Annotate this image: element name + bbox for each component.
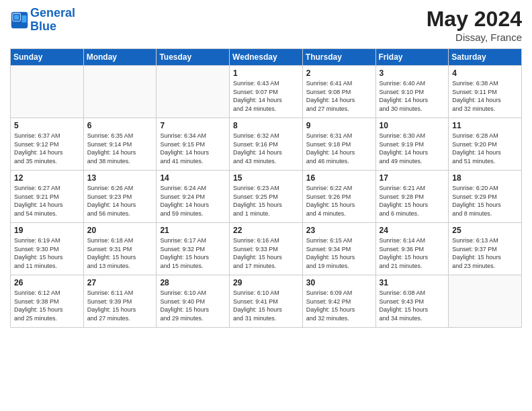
- day-number: 20: [87, 226, 153, 235]
- day-info: Sunrise: 6:37 AM Sunset: 9:12 PM Dayligh…: [14, 132, 80, 165]
- logo: General Blue: [10, 7, 75, 34]
- day-number: 13: [87, 173, 153, 183]
- day-info: Sunrise: 6:21 AM Sunset: 9:28 PM Dayligh…: [380, 184, 445, 218]
- calendar-title: May 2024: [427, 7, 522, 32]
- day-number: 17: [380, 173, 445, 183]
- calendar-week-row: 5Sunrise: 6:37 AM Sunset: 9:12 PM Daylig…: [11, 118, 522, 171]
- day-info: Sunrise: 6:26 AM Sunset: 9:23 PM Dayligh…: [87, 184, 153, 218]
- day-number: 1: [233, 68, 299, 78]
- day-header: Sunday: [11, 49, 84, 66]
- calendar-cell: 4Sunrise: 6:38 AM Sunset: 9:11 PM Daylig…: [449, 66, 522, 118]
- day-info: Sunrise: 6:09 AM Sunset: 9:42 PM Dayligh…: [306, 289, 372, 322]
- calendar-cell: [157, 66, 230, 118]
- page: General Blue May 2024 Dissay, France Sun…: [0, 0, 532, 411]
- day-info: Sunrise: 6:08 AM Sunset: 9:43 PM Dayligh…: [380, 289, 445, 322]
- day-header: Monday: [83, 49, 157, 66]
- calendar-cell: 20Sunrise: 6:18 AM Sunset: 9:31 PM Dayli…: [83, 223, 157, 275]
- day-number: 12: [14, 173, 80, 183]
- calendar-cell: 28Sunrise: 6:10 AM Sunset: 9:40 PM Dayli…: [157, 275, 230, 328]
- day-number: 21: [160, 226, 226, 235]
- day-info: Sunrise: 6:40 AM Sunset: 9:10 PM Dayligh…: [380, 79, 445, 113]
- day-number: 22: [233, 226, 299, 235]
- calendar-week-row: 12Sunrise: 6:27 AM Sunset: 9:21 PM Dayli…: [11, 171, 522, 223]
- day-number: 28: [160, 278, 226, 287]
- day-number: 6: [87, 121, 153, 130]
- calendar-cell: 2Sunrise: 6:41 AM Sunset: 9:08 PM Daylig…: [302, 66, 375, 118]
- calendar-cell: 5Sunrise: 6:37 AM Sunset: 9:12 PM Daylig…: [11, 118, 84, 171]
- calendar-week-row: 19Sunrise: 6:19 AM Sunset: 9:30 PM Dayli…: [11, 223, 522, 275]
- day-number: 30: [306, 278, 372, 287]
- svg-marker-1: [22, 15, 27, 23]
- day-info: Sunrise: 6:28 AM Sunset: 9:20 PM Dayligh…: [452, 132, 518, 165]
- calendar-cell: 1Sunrise: 6:43 AM Sunset: 9:07 PM Daylig…: [230, 66, 303, 118]
- day-info: Sunrise: 6:24 AM Sunset: 9:24 PM Dayligh…: [160, 184, 226, 218]
- day-info: Sunrise: 6:14 AM Sunset: 9:36 PM Dayligh…: [380, 236, 445, 270]
- calendar-cell: 23Sunrise: 6:15 AM Sunset: 9:34 PM Dayli…: [302, 223, 375, 275]
- day-number: 14: [160, 173, 226, 183]
- day-number: 26: [14, 278, 80, 287]
- day-info: Sunrise: 6:17 AM Sunset: 9:32 PM Dayligh…: [160, 236, 226, 270]
- day-number: 25: [452, 226, 518, 235]
- day-info: Sunrise: 6:15 AM Sunset: 9:34 PM Dayligh…: [306, 236, 372, 270]
- calendar-cell: 13Sunrise: 6:26 AM Sunset: 9:23 PM Dayli…: [83, 171, 157, 223]
- calendar-cell: 6Sunrise: 6:35 AM Sunset: 9:14 PM Daylig…: [83, 118, 157, 171]
- day-info: Sunrise: 6:16 AM Sunset: 9:33 PM Dayligh…: [233, 236, 299, 270]
- day-info: Sunrise: 6:10 AM Sunset: 9:40 PM Dayligh…: [160, 289, 226, 322]
- calendar-cell: 19Sunrise: 6:19 AM Sunset: 9:30 PM Dayli…: [11, 223, 84, 275]
- calendar-cell: 27Sunrise: 6:11 AM Sunset: 9:39 PM Dayli…: [83, 275, 157, 328]
- day-info: Sunrise: 6:19 AM Sunset: 9:30 PM Dayligh…: [14, 236, 80, 270]
- calendar-cell: 31Sunrise: 6:08 AM Sunset: 9:43 PM Dayli…: [375, 275, 449, 328]
- day-header: Saturday: [449, 49, 522, 66]
- calendar-cell: 26Sunrise: 6:12 AM Sunset: 9:38 PM Dayli…: [11, 275, 84, 328]
- day-info: Sunrise: 6:20 AM Sunset: 9:29 PM Dayligh…: [452, 184, 518, 218]
- calendar-cell: 17Sunrise: 6:21 AM Sunset: 9:28 PM Dayli…: [375, 171, 449, 223]
- day-info: Sunrise: 6:32 AM Sunset: 9:16 PM Dayligh…: [233, 132, 299, 165]
- day-number: 8: [233, 121, 299, 130]
- day-number: 4: [452, 68, 518, 78]
- calendar-header-row: SundayMondayTuesdayWednesdayThursdayFrid…: [11, 49, 522, 66]
- calendar-cell: [11, 66, 84, 118]
- day-info: Sunrise: 6:41 AM Sunset: 9:08 PM Dayligh…: [306, 79, 372, 113]
- day-info: Sunrise: 6:18 AM Sunset: 9:31 PM Dayligh…: [87, 236, 153, 270]
- calendar-cell: 30Sunrise: 6:09 AM Sunset: 9:42 PM Dayli…: [302, 275, 375, 328]
- day-number: 31: [380, 278, 445, 287]
- calendar-cell: 12Sunrise: 6:27 AM Sunset: 9:21 PM Dayli…: [11, 171, 84, 223]
- calendar-cell: 14Sunrise: 6:24 AM Sunset: 9:24 PM Dayli…: [157, 171, 230, 223]
- day-number: 11: [452, 121, 518, 130]
- day-number: 18: [452, 173, 518, 183]
- header: General Blue May 2024 Dissay, France: [10, 7, 522, 43]
- day-info: Sunrise: 6:31 AM Sunset: 9:18 PM Dayligh…: [306, 132, 372, 165]
- day-info: Sunrise: 6:35 AM Sunset: 9:14 PM Dayligh…: [87, 132, 153, 165]
- logo-line2: Blue: [30, 19, 56, 33]
- calendar-cell: [83, 66, 157, 118]
- day-info: Sunrise: 6:13 AM Sunset: 9:37 PM Dayligh…: [452, 236, 518, 270]
- calendar-cell: 18Sunrise: 6:20 AM Sunset: 9:29 PM Dayli…: [449, 171, 522, 223]
- calendar-cell: 29Sunrise: 6:10 AM Sunset: 9:41 PM Dayli…: [230, 275, 303, 328]
- day-header: Wednesday: [230, 49, 303, 66]
- day-info: Sunrise: 6:30 AM Sunset: 9:19 PM Dayligh…: [380, 132, 445, 165]
- day-number: 3: [380, 68, 445, 78]
- calendar-cell: 9Sunrise: 6:31 AM Sunset: 9:18 PM Daylig…: [302, 118, 375, 171]
- calendar-cell: 25Sunrise: 6:13 AM Sunset: 9:37 PM Dayli…: [449, 223, 522, 275]
- day-info: Sunrise: 6:34 AM Sunset: 9:15 PM Dayligh…: [160, 132, 226, 165]
- calendar-table: SundayMondayTuesdayWednesdayThursdayFrid…: [10, 48, 522, 328]
- calendar-cell: 3Sunrise: 6:40 AM Sunset: 9:10 PM Daylig…: [375, 66, 449, 118]
- day-info: Sunrise: 6:38 AM Sunset: 9:11 PM Dayligh…: [452, 79, 518, 113]
- calendar-subtitle: Dissay, France: [427, 32, 522, 43]
- logo-line1: General: [30, 6, 75, 19]
- day-info: Sunrise: 6:10 AM Sunset: 9:41 PM Dayligh…: [233, 289, 299, 322]
- calendar-body: 1Sunrise: 6:43 AM Sunset: 9:07 PM Daylig…: [11, 66, 522, 328]
- calendar-cell: 10Sunrise: 6:30 AM Sunset: 9:19 PM Dayli…: [375, 118, 449, 171]
- day-number: 9: [306, 121, 372, 130]
- day-number: 23: [306, 226, 372, 235]
- title-block: May 2024 Dissay, France: [427, 7, 522, 43]
- day-info: Sunrise: 6:43 AM Sunset: 9:07 PM Dayligh…: [233, 79, 299, 113]
- calendar-cell: 21Sunrise: 6:17 AM Sunset: 9:32 PM Dayli…: [157, 223, 230, 275]
- day-number: 29: [233, 278, 299, 287]
- calendar-cell: 7Sunrise: 6:34 AM Sunset: 9:15 PM Daylig…: [157, 118, 230, 171]
- calendar-cell: 22Sunrise: 6:16 AM Sunset: 9:33 PM Dayli…: [230, 223, 303, 275]
- day-info: Sunrise: 6:11 AM Sunset: 9:39 PM Dayligh…: [87, 289, 153, 322]
- day-info: Sunrise: 6:23 AM Sunset: 9:25 PM Dayligh…: [233, 184, 299, 218]
- calendar-cell: [449, 275, 522, 328]
- calendar-cell: 8Sunrise: 6:32 AM Sunset: 9:16 PM Daylig…: [230, 118, 303, 171]
